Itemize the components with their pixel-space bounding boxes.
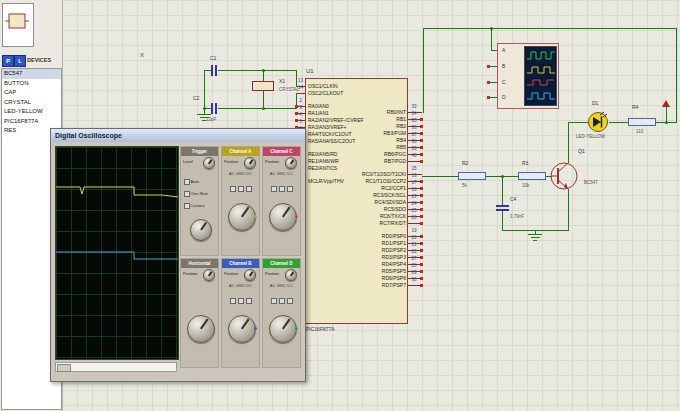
channel-b-position-knob[interactable]	[244, 269, 256, 281]
chip-pin-RC1/T1OSI/CCP2[interactable]: RC1/T1OSI/CCP216	[297, 178, 422, 185]
power-terminal-icon[interactable]	[662, 100, 670, 107]
chip-pin-RD1/PSP1[interactable]: RD1/PSP120	[297, 240, 422, 247]
chip-pin-OSC2/CLKOUT[interactable]: OSC2/CLKOUT14	[297, 90, 422, 97]
chip-pin-RD0/PSP0[interactable]: RD0/PSP019	[297, 233, 422, 240]
capacitor-c2[interactable]	[211, 103, 213, 114]
chip-u1-pic16f877a[interactable]: OSC1/CLKIN13OSC2/CLKOUT14RA0/AN02RA1/AN1…	[297, 78, 422, 324]
scrollbar-thumb[interactable]	[57, 364, 71, 372]
oscilloscope-title-bar[interactable]: Digital Oscilloscope	[51, 129, 305, 142]
dangling-pin-marker	[420, 153, 423, 156]
coupling-switch[interactable]	[230, 298, 236, 304]
coupling-switch[interactable]	[238, 298, 244, 304]
trigger-knob[interactable]	[190, 219, 212, 241]
chip-pin-RB1[interactable]: RB134	[297, 116, 422, 123]
channel-b-scale-knob[interactable]	[228, 315, 256, 343]
chip-pin-RB6/PGC[interactable]: RB6/PGC39	[297, 151, 422, 158]
probe-channel-a-label: A	[502, 47, 505, 53]
pick-devices-button[interactable]: P	[2, 55, 14, 67]
device-list-item[interactable]: PIC16F877A	[2, 117, 61, 127]
library-button[interactable]: L	[14, 55, 26, 67]
chip-pin-RC2/CCP1[interactable]: RC2/CCP117	[297, 185, 422, 192]
oscilloscope-scrollbar[interactable]	[55, 362, 177, 372]
channel-a-scale-knob[interactable]	[228, 203, 256, 231]
led-d1[interactable]	[587, 111, 609, 133]
trigger-auto-option[interactable]: Auto	[183, 179, 199, 185]
chip-pin-OSC1/CLKIN[interactable]: OSC1/CLKIN13	[297, 83, 422, 90]
coupling-switch[interactable]	[238, 186, 244, 192]
chip-pin-RD7/PSP7[interactable]: RD7/PSP730	[297, 282, 422, 289]
resistor-r2[interactable]	[458, 172, 486, 180]
chip-pin-RD6/PSP6[interactable]: RD6/PSP629	[297, 275, 422, 282]
chip-pin-RC3/SCK/SCL[interactable]: RC3/SCK/SCL18	[297, 192, 422, 199]
chip-pin-RB2[interactable]: RB235	[297, 123, 422, 130]
chip-pin-RC5/SDO[interactable]: RC5/SDO24	[297, 206, 422, 213]
channel-c-scale-knob[interactable]	[269, 203, 297, 231]
x1-ref: X1	[279, 78, 285, 84]
coupling-switch[interactable]	[246, 298, 252, 304]
wire	[422, 176, 458, 177]
coupling-switch[interactable]	[279, 186, 285, 192]
resistor-r3[interactable]	[518, 172, 546, 180]
device-list-item[interactable]: BC547	[2, 69, 61, 79]
dangling-pin-marker	[420, 263, 423, 266]
chip-pin-RC7/RX/DT[interactable]: RC7/RX/DT26	[297, 220, 422, 227]
dangling-pin-marker	[420, 208, 423, 211]
capacitor-c1[interactable]	[211, 65, 213, 76]
chip-pin-RC0/T1OSO/T1CKI[interactable]: RC0/T1OSO/T1CKI15	[297, 171, 422, 178]
trigger-oneshot-option[interactable]: One-Shot	[183, 191, 208, 197]
crystal-x1[interactable]	[252, 81, 274, 91]
dangling-pin-marker	[420, 125, 423, 128]
chip-pin-RD3/PSP3[interactable]: RD3/PSP322	[297, 254, 422, 261]
channel-d-scale-knob[interactable]	[269, 315, 297, 343]
chip-pin-RB0/INT[interactable]: RB0/INT33	[297, 109, 422, 116]
dangling-pin-marker	[420, 187, 423, 190]
wire	[423, 28, 677, 29]
chip-pin-RB7/PGD[interactable]: RB7/PGD40	[297, 158, 422, 165]
dangling-pin-marker	[420, 180, 423, 183]
coupling-switch[interactable]	[287, 298, 293, 304]
coupling-switches	[263, 290, 300, 308]
chip-pin-RC4/SDI/SDA[interactable]: RC4/SDI/SDA23	[297, 199, 422, 206]
oscilloscope-window[interactable]: Digital Oscilloscope Trigger Level Auto …	[50, 128, 306, 382]
coupling-switch[interactable]	[287, 186, 293, 192]
r2-ref: R2	[462, 160, 468, 166]
channel-c-position-knob[interactable]	[285, 157, 297, 169]
r3-ref: R3	[522, 160, 528, 166]
wire	[490, 97, 497, 98]
coupling-switch[interactable]	[279, 298, 285, 304]
wire	[491, 28, 492, 50]
device-list-item[interactable]: BUTTON	[2, 79, 61, 89]
device-list-item[interactable]: LED-YELLOW	[2, 107, 61, 117]
trigger-cursors-option[interactable]: Cursors	[183, 203, 205, 209]
chip-pin-RB3/PGM[interactable]: RB3/PGM36	[297, 130, 422, 137]
chip-pin-RD4/PSP4[interactable]: RD4/PSP427	[297, 261, 422, 268]
capacitor-c4[interactable]	[496, 205, 509, 207]
chip-pin-RB4[interactable]: RB437	[297, 137, 422, 144]
resistor-r4[interactable]	[628, 118, 656, 126]
chip-pin-RC6/TX/CK[interactable]: RC6/TX/CK25	[297, 213, 422, 220]
transistor-q1[interactable]	[547, 157, 583, 193]
oscilloscope-probe-instrument[interactable]: A B C D	[497, 43, 559, 109]
wire	[490, 66, 497, 67]
device-list-item[interactable]: CAP	[2, 88, 61, 98]
trigger-level-knob[interactable]	[203, 157, 215, 169]
channel-d-position-knob[interactable]	[285, 269, 297, 281]
ground-symbol[interactable]	[528, 234, 542, 242]
device-list-item[interactable]: CRYSTAL	[2, 98, 61, 108]
horizontal-scale-knob[interactable]	[187, 315, 215, 343]
coupling-switch[interactable]	[230, 186, 236, 192]
channel-a-position-knob[interactable]	[244, 157, 256, 169]
probe-wave-yellow	[527, 67, 555, 73]
coupling-switch[interactable]	[271, 186, 277, 192]
chip-pin-RD2/PSP2[interactable]: RD2/PSP221	[297, 247, 422, 254]
junction-dot	[490, 27, 493, 30]
coupling-labels: AC GND DC	[222, 172, 259, 176]
chip-pin-RB5[interactable]: RB538	[297, 144, 422, 151]
wire	[666, 107, 667, 122]
coupling-switch[interactable]	[271, 298, 277, 304]
dangling-pin-marker	[420, 235, 423, 238]
coupling-switch[interactable]	[246, 186, 252, 192]
horizontal-position-knob[interactable]	[203, 269, 215, 281]
chip-pin-RD5/PSP5[interactable]: RD5/PSP528	[297, 268, 422, 275]
r3-value: 10k	[522, 183, 529, 188]
